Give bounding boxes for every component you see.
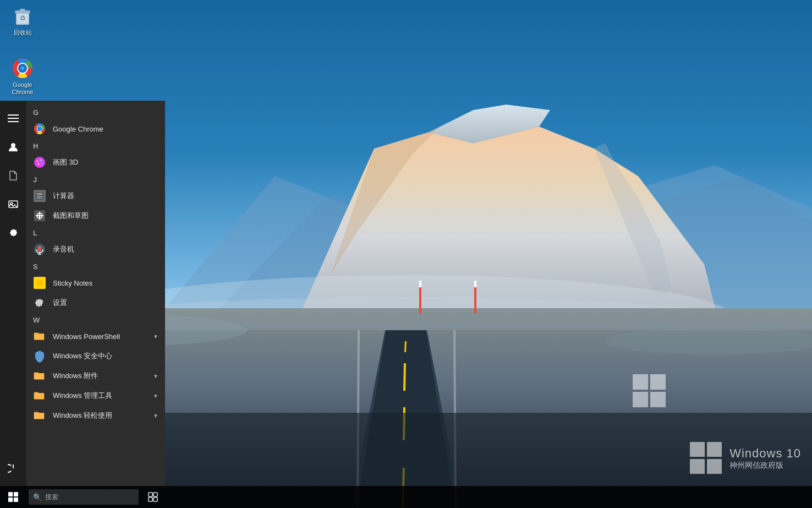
svg-rect-22 (419, 281, 421, 287)
section-l-letter: L (26, 226, 165, 239)
svg-point-53 (40, 160, 42, 161)
hamburger-button[interactable] (0, 105, 26, 132)
settings-sidebar-button[interactable] (0, 220, 26, 246)
svg-rect-57 (37, 193, 42, 195)
power-button[interactable] (0, 455, 26, 482)
svg-point-37 (18, 64, 27, 73)
win10-logo-icon (690, 442, 723, 475)
google-chrome-desktop-icon[interactable]: Google Chrome (3, 55, 42, 98)
app-powershell-label: Windows PowerShell (53, 332, 120, 341)
user-button[interactable] (0, 134, 26, 160)
svg-rect-26 (633, 374, 648, 390)
win10-edition: 神州网信政府版 (729, 461, 801, 471)
app-item-stickynotes[interactable]: Sticky Notes (26, 273, 165, 293)
svg-rect-29 (650, 392, 666, 407)
powershell-folder-icon (33, 330, 46, 343)
app-item-settings[interactable]: 设置 (26, 293, 165, 313)
svg-rect-62 (39, 198, 41, 199)
search-icon: 🔍 (33, 493, 42, 501)
section-j-letter: J (26, 172, 165, 186)
paint3d-icon (33, 156, 46, 169)
svg-rect-76 (149, 498, 152, 501)
svg-rect-67 (38, 246, 41, 252)
app-item-security[interactable]: Windows 安全中心 (26, 346, 165, 366)
svg-rect-40 (690, 459, 705, 474)
app-security-label: Windows 安全中心 (53, 351, 112, 361)
app-folder-accessories[interactable]: Windows 附件 ▼ (26, 366, 165, 386)
app-settings-label: 设置 (53, 298, 67, 308)
ease-access-folder-icon (33, 409, 46, 422)
svg-rect-74 (149, 493, 152, 496)
chrome-icon (33, 122, 46, 135)
app-accessories-label: Windows 附件 (53, 371, 98, 381)
security-icon (33, 349, 46, 363)
start-menu: G Google Chrome (0, 101, 165, 486)
svg-rect-73 (14, 498, 18, 502)
calculator-icon (33, 189, 46, 203)
svg-rect-28 (633, 392, 648, 407)
stickynotes-icon (33, 276, 46, 289)
chrome-svg (12, 57, 34, 79)
app-recorder-label: 录音机 (53, 244, 74, 254)
app-list: G Google Chrome (26, 101, 165, 486)
recycle-bin-label: 回收站 (14, 29, 32, 36)
section-s-letter: S (26, 259, 165, 273)
app-item-recorder[interactable]: 录音机 (26, 239, 165, 259)
win10-watermark: Windows 10 神州网信政府版 (690, 442, 801, 475)
svg-text:♻: ♻ (20, 14, 26, 22)
desktop: ♻ 回收站 Go (0, 0, 812, 508)
app-chrome-label: Google Chrome (53, 125, 103, 133)
svg-rect-71 (14, 492, 18, 496)
svg-point-52 (36, 160, 39, 162)
app-item-calculator[interactable]: 计算器 (26, 186, 165, 206)
svg-point-45 (11, 143, 15, 148)
app-stickynotes-label: Sticky Notes (53, 279, 92, 287)
start-sidebar (0, 101, 26, 486)
app-item-snipsketch[interactable]: 截图和草图 (26, 206, 165, 226)
svg-rect-70 (8, 492, 13, 496)
admin-tools-folder-icon (33, 389, 46, 402)
photos-button[interactable] (0, 191, 26, 217)
svg-rect-38 (690, 442, 705, 457)
svg-rect-43 (8, 118, 19, 119)
svg-point-54 (41, 163, 43, 165)
svg-point-51 (34, 157, 45, 168)
svg-rect-42 (8, 114, 19, 116)
svg-point-50 (37, 127, 42, 132)
recycle-bin-svg: ♻ (12, 5, 34, 27)
section-h-letter: H (26, 139, 165, 152)
win10-title: Windows 10 (729, 446, 801, 461)
app-folder-powershell[interactable]: Windows PowerShell ▼ (26, 326, 165, 346)
settings-app-icon (33, 296, 46, 309)
documents-button[interactable] (0, 162, 26, 189)
google-chrome-label: Google Chrome (12, 81, 33, 96)
search-box[interactable]: 🔍 搜索 (29, 489, 139, 505)
svg-rect-33 (20, 9, 25, 11)
section-w-letter: W (26, 313, 165, 326)
ease-access-chevron: ▼ (153, 413, 158, 419)
svg-rect-59 (39, 196, 41, 197)
app-ease-access-label: Windows 轻松使用 (53, 411, 112, 420)
svg-rect-61 (37, 198, 39, 199)
start-button[interactable] (0, 486, 26, 508)
svg-rect-60 (41, 196, 42, 197)
svg-rect-27 (650, 374, 666, 390)
app-item-chrome[interactable]: Google Chrome (26, 119, 165, 139)
svg-rect-75 (153, 493, 157, 496)
accessories-chevron: ▼ (153, 373, 158, 379)
task-view-button[interactable] (141, 486, 165, 508)
svg-rect-77 (153, 498, 157, 501)
app-item-paint3d[interactable]: 画图 3D (26, 152, 165, 172)
app-folder-admin-tools[interactable]: Windows 管理工具 ▼ (26, 386, 165, 406)
svg-rect-72 (8, 498, 13, 502)
svg-rect-44 (8, 121, 19, 122)
win10-text: Windows 10 神州网信政府版 (729, 446, 801, 471)
accessories-folder-icon (33, 369, 46, 383)
svg-rect-41 (707, 459, 722, 474)
recorder-icon (33, 243, 46, 256)
recycle-bin-icon[interactable]: ♻ 回收站 (3, 3, 42, 39)
app-calculator-label: 计算器 (53, 191, 74, 201)
svg-rect-58 (37, 196, 39, 197)
svg-rect-24 (474, 281, 476, 287)
app-folder-ease-access[interactable]: Windows 轻松使用 ▼ (26, 406, 165, 425)
